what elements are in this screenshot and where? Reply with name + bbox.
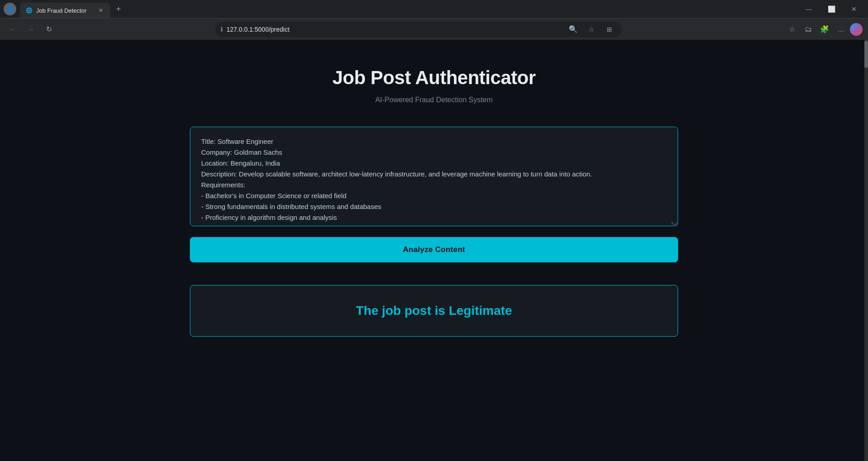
page-title: Job Post Authenticator (332, 67, 535, 89)
analyze-button[interactable]: Analyze Content (190, 237, 678, 262)
maximize-button[interactable]: ⬜ (821, 2, 842, 16)
collections-icon[interactable]: 🗂 (801, 22, 816, 37)
scrollbar-track[interactable] (864, 40, 868, 461)
close-button[interactable]: ✕ (844, 2, 864, 16)
result-container: The job post is Legitimate (190, 285, 678, 337)
result-text: The job post is Legitimate (356, 304, 512, 318)
address-icons: 🔍 ☆ ⊞ (566, 22, 617, 37)
info-icon: ℹ (221, 26, 223, 33)
tab-favicon-icon: 🌐 (25, 7, 33, 14)
minimize-button[interactable]: — (798, 2, 819, 16)
refresh-button[interactable]: ↻ (42, 22, 56, 37)
toolbar-icons: ☆ 🗂 🧩 … (785, 22, 863, 37)
split-view-icon[interactable]: ⊞ (602, 22, 617, 37)
profile-avatar[interactable]: 👤 (4, 3, 16, 15)
address-text: 127.0.0.1:5000/predict (226, 26, 562, 33)
textarea-resize-handle[interactable]: ⤡ (671, 221, 676, 226)
new-tab-button[interactable]: + (112, 3, 125, 15)
tab-bar: 🌐 Job Fraud Detector ✕ + (20, 0, 798, 18)
more-menu-icon[interactable]: … (834, 22, 848, 37)
tab-close-button[interactable]: ✕ (97, 6, 105, 14)
job-post-textarea[interactable]: Title: Software Engineer Company: Goldma… (190, 127, 678, 226)
extensions-icon[interactable]: 🧩 (817, 22, 832, 37)
active-tab[interactable]: 🌐 Job Fraud Detector ✕ (20, 3, 110, 18)
textarea-container: Title: Software Engineer Company: Goldma… (190, 127, 678, 228)
page-content: Job Post Authenticator AI-Powered Fraud … (0, 40, 868, 461)
tab-title-label: Job Fraud Detector (36, 7, 93, 14)
address-star-icon[interactable]: ☆ (584, 22, 599, 37)
forward-button[interactable]: → (24, 22, 38, 37)
edge-profile-icon[interactable] (850, 23, 863, 36)
page-subtitle: AI-Powered Fraud Detection System (375, 96, 493, 104)
address-search-icon[interactable]: 🔍 (566, 22, 580, 37)
browser-titlebar: 👤 🌐 Job Fraud Detector ✕ + — ⬜ ✕ (0, 0, 868, 18)
address-field[interactable]: ℹ 127.0.0.1:5000/predict 🔍 ☆ ⊞ (215, 22, 622, 37)
back-button[interactable]: ← (5, 22, 20, 37)
scrollbar-thumb[interactable] (864, 41, 868, 68)
browser-chrome: 👤 🌐 Job Fraud Detector ✕ + — ⬜ ✕ ← → ↻ ℹ… (0, 0, 868, 40)
window-controls: — ⬜ ✕ (798, 2, 864, 16)
favorites-icon[interactable]: ☆ (785, 22, 799, 37)
address-bar-row: ← → ↻ ℹ 127.0.0.1:5000/predict 🔍 ☆ ⊞ ☆ 🗂… (0, 18, 868, 40)
